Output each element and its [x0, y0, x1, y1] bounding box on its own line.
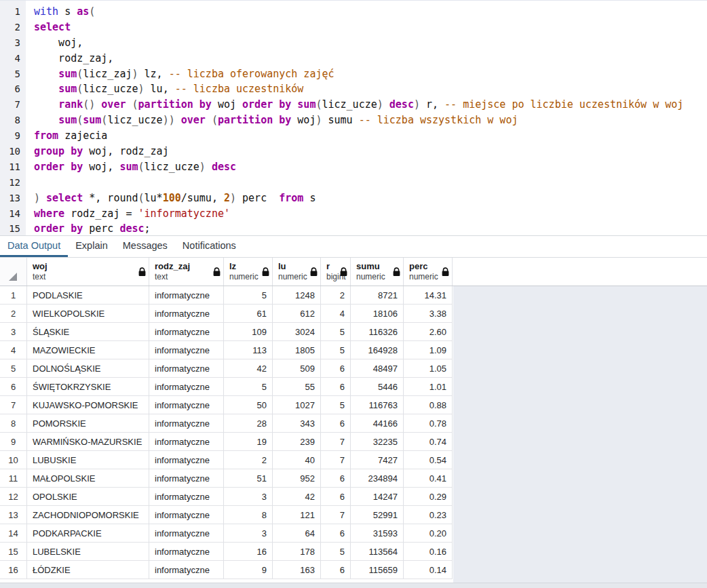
cell-perc[interactable]: 0.29	[404, 488, 453, 506]
cell-woj[interactable]: ŚLĄSKIE	[27, 323, 149, 341]
column-header-lz[interactable]: lznumeric	[224, 258, 273, 286]
tab-messages[interactable]: Messages	[115, 236, 175, 257]
cell-perc[interactable]: 0.23	[404, 506, 453, 524]
cell-lz[interactable]: 16	[224, 543, 273, 561]
cell-r[interactable]: 6	[321, 524, 351, 543]
row-number[interactable]: 6	[0, 378, 27, 396]
cell-rodz_zaj[interactable]: informatyczne	[149, 524, 224, 543]
cell-lz[interactable]: 2	[224, 451, 273, 469]
cell-lu[interactable]: 3024	[273, 323, 321, 341]
column-header-rodz_zaj[interactable]: rodz_zajtext	[149, 258, 224, 286]
cell-lz[interactable]: 51	[224, 469, 273, 488]
sql-editor[interactable]: 123456789101112131415 with s as(select w…	[0, 0, 707, 236]
cell-sumu[interactable]: 113564	[351, 543, 404, 561]
cell-rodz_zaj[interactable]: informatyczne	[149, 543, 224, 561]
cell-sumu[interactable]: 115659	[351, 561, 404, 579]
cell-r[interactable]: 5	[321, 341, 351, 359]
cell-lu[interactable]: 509	[273, 359, 321, 378]
cell-sumu[interactable]: 7427	[351, 451, 404, 469]
row-number[interactable]: 5	[0, 359, 27, 378]
tab-explain[interactable]: Explain	[68, 236, 115, 257]
cell-lz[interactable]: 50	[224, 396, 273, 414]
cell-lu[interactable]: 1805	[273, 341, 321, 359]
cell-sumu[interactable]: 14247	[351, 488, 404, 506]
cell-lu[interactable]: 343	[273, 414, 321, 433]
cell-lz[interactable]: 42	[224, 359, 273, 378]
cell-lz[interactable]: 61	[224, 305, 273, 323]
cell-sumu[interactable]: 164928	[351, 341, 404, 359]
cell-perc[interactable]: 0.54	[404, 451, 453, 469]
cell-lu[interactable]: 1027	[273, 396, 321, 414]
cell-r[interactable]: 6	[321, 414, 351, 433]
cell-rodz_zaj[interactable]: informatyczne	[149, 433, 224, 451]
row-number[interactable]: 11	[0, 469, 27, 488]
cell-r[interactable]: 5	[321, 396, 351, 414]
cell-lu[interactable]: 1248	[273, 286, 321, 305]
cell-woj[interactable]: ZACHODNIOPOMORSKIE	[27, 506, 149, 524]
cell-lz[interactable]: 113	[224, 341, 273, 359]
cell-woj[interactable]: POMORSKIE	[27, 414, 149, 433]
cell-sumu[interactable]: 116763	[351, 396, 404, 414]
cell-rodz_zaj[interactable]: informatyczne	[149, 561, 224, 579]
cell-perc[interactable]: 2.60	[404, 323, 453, 341]
cell-perc[interactable]: 1.01	[404, 378, 453, 396]
cell-lu[interactable]: 612	[273, 305, 321, 323]
cell-r[interactable]: 5	[321, 323, 351, 341]
cell-rodz_zaj[interactable]: informatyczne	[149, 359, 224, 378]
cell-sumu[interactable]: 234894	[351, 469, 404, 488]
cell-woj[interactable]: MAZOWIECKIE	[27, 341, 149, 359]
cell-sumu[interactable]: 18106	[351, 305, 404, 323]
cell-lu[interactable]: 121	[273, 506, 321, 524]
cell-woj[interactable]: MAŁOPOLSKIE	[27, 469, 149, 488]
cell-lu[interactable]: 952	[273, 469, 321, 488]
cell-rodz_zaj[interactable]: informatyczne	[149, 506, 224, 524]
cell-woj[interactable]: PODLASKIE	[27, 286, 149, 305]
cell-rodz_zaj[interactable]: informatyczne	[149, 451, 224, 469]
row-number[interactable]: 9	[0, 433, 27, 451]
cell-rodz_zaj[interactable]: informatyczne	[149, 488, 224, 506]
row-number[interactable]: 13	[0, 506, 27, 524]
cell-perc[interactable]: 3.38	[404, 305, 453, 323]
cell-r[interactable]: 2	[321, 286, 351, 305]
cell-woj[interactable]: ŚWIĘTOKRZYSKIE	[27, 378, 149, 396]
column-header-r[interactable]: rbigint	[321, 258, 351, 286]
select-all-cell[interactable]	[0, 258, 27, 286]
cell-sumu[interactable]: 32235	[351, 433, 404, 451]
column-header-woj[interactable]: wojtext	[27, 258, 149, 286]
cell-rodz_zaj[interactable]: informatyczne	[149, 378, 224, 396]
cell-sumu[interactable]: 44166	[351, 414, 404, 433]
cell-r[interactable]: 6	[321, 469, 351, 488]
cell-lz[interactable]: 109	[224, 323, 273, 341]
cell-perc[interactable]: 14.31	[404, 286, 453, 305]
cell-perc[interactable]: 0.16	[404, 543, 453, 561]
cell-woj[interactable]: LUBUSKIE	[27, 451, 149, 469]
cell-rodz_zaj[interactable]: informatyczne	[149, 305, 224, 323]
cell-r[interactable]: 4	[321, 305, 351, 323]
row-number[interactable]: 4	[0, 341, 27, 359]
horizontal-scrollbar[interactable]	[0, 583, 707, 588]
cell-lz[interactable]: 8	[224, 506, 273, 524]
cell-perc[interactable]: 0.41	[404, 469, 453, 488]
cell-sumu[interactable]: 116326	[351, 323, 404, 341]
cell-lz[interactable]: 28	[224, 414, 273, 433]
cell-perc[interactable]: 0.78	[404, 414, 453, 433]
cell-sumu[interactable]: 52991	[351, 506, 404, 524]
row-number[interactable]: 2	[0, 305, 27, 323]
cell-woj[interactable]: DOLNOŚLĄSKIE	[27, 359, 149, 378]
column-header-lu[interactable]: lunumeric	[273, 258, 321, 286]
cell-r[interactable]: 6	[321, 561, 351, 579]
cell-perc[interactable]: 0.20	[404, 524, 453, 543]
column-header-perc[interactable]: percnumeric	[404, 258, 453, 286]
row-number[interactable]: 16	[0, 561, 27, 579]
cell-lu[interactable]: 40	[273, 451, 321, 469]
tab-data-output[interactable]: Data Output	[0, 236, 68, 257]
cell-perc[interactable]: 0.88	[404, 396, 453, 414]
cell-r[interactable]: 7	[321, 451, 351, 469]
cell-rodz_zaj[interactable]: informatyczne	[149, 414, 224, 433]
cell-woj[interactable]: PODKARPACKIE	[27, 524, 149, 543]
cell-sumu[interactable]: 5446	[351, 378, 404, 396]
cell-rodz_zaj[interactable]: informatyczne	[149, 469, 224, 488]
cell-sumu[interactable]: 31593	[351, 524, 404, 543]
cell-lz[interactable]: 5	[224, 286, 273, 305]
cell-r[interactable]: 7	[321, 433, 351, 451]
